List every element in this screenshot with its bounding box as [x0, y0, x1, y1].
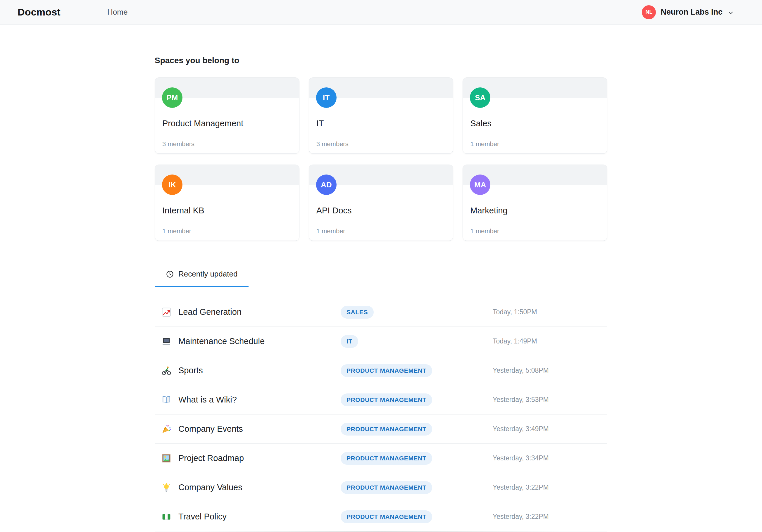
page-title-cell: Project Roadmap: [155, 453, 341, 463]
page-title-cell: Company Values: [155, 483, 341, 493]
space-name: API Docs: [316, 206, 352, 215]
space-member-count: 3 members: [316, 140, 348, 148]
space-badge[interactable]: PRODUCT MANAGEMENT: [341, 510, 432, 523]
recent-page-row[interactable]: Company Values PRODUCT MANAGEMENT Yester…: [155, 473, 607, 502]
cyclist-icon: [161, 366, 171, 376]
book-icon: [161, 395, 171, 405]
page-title-cell: Lead Generation: [155, 307, 341, 317]
flag-icon: [161, 512, 171, 522]
page-title[interactable]: Travel Policy: [178, 512, 227, 521]
space-card[interactable]: SA Sales 1 member: [463, 77, 607, 154]
spaces-grid: PM Product Management 3 members IT IT 3 …: [155, 77, 607, 241]
updated-time: Today, 1:49PM: [493, 337, 607, 345]
space-badge[interactable]: PRODUCT MANAGEMENT: [341, 452, 432, 465]
page-title-cell: Company Events: [155, 424, 341, 434]
space-member-count: 1 member: [470, 140, 499, 148]
space-badge[interactable]: PRODUCT MANAGEMENT: [341, 364, 432, 377]
space-avatar: IK: [162, 175, 183, 195]
recent-page-row[interactable]: Travel Policy PRODUCT MANAGEMENT Yesterd…: [155, 502, 607, 531]
tabs-row: Recently updated: [155, 268, 607, 287]
picture-icon: [161, 453, 171, 463]
updated-time: Yesterday, 3:49PM: [493, 425, 607, 433]
space-card[interactable]: AD API Docs 1 member: [309, 165, 453, 241]
workspace-avatar: NL: [642, 5, 656, 19]
party-icon: [161, 424, 171, 434]
space-member-count: 1 member: [470, 227, 499, 235]
page-title[interactable]: Project Roadmap: [178, 453, 244, 463]
page-title[interactable]: Maintenance Schedule: [178, 337, 265, 346]
workspace-switcher[interactable]: NL Neuron Labs Inc: [642, 5, 734, 19]
page-title-cell: Travel Policy: [155, 512, 341, 522]
recent-page-row[interactable]: Lead Generation SALES Today, 1:50PM: [155, 298, 607, 327]
recent-page-row[interactable]: What is a Wiki? PRODUCT MANAGEMENT Yeste…: [155, 385, 607, 415]
page-title[interactable]: Company Values: [178, 483, 242, 492]
recent-page-row[interactable]: Company Events PRODUCT MANAGEMENT Yester…: [155, 415, 607, 444]
tab-label: Recently updated: [178, 269, 237, 278]
space-member-count: 1 member: [162, 227, 191, 235]
space-name: Sales: [470, 119, 492, 128]
updated-time: Yesterday, 3:53PM: [493, 396, 607, 404]
space-avatar: PM: [162, 87, 183, 108]
app-header: Docmost Home NL Neuron Labs Inc: [0, 0, 762, 25]
space-name: IT: [316, 119, 324, 128]
page-title-cell: What is a Wiki?: [155, 395, 341, 405]
spaces-heading: Spaces you belong to: [155, 56, 607, 65]
space-member-count: 1 member: [316, 227, 345, 235]
space-member-count: 3 members: [162, 140, 194, 148]
updated-time: Yesterday, 3:34PM: [493, 454, 607, 462]
page-title[interactable]: Sports: [178, 366, 203, 375]
space-badge[interactable]: PRODUCT MANAGEMENT: [341, 423, 432, 435]
laptop-icon: [161, 337, 171, 346]
chevron-down-icon: [727, 8, 734, 16]
space-badge[interactable]: PRODUCT MANAGEMENT: [341, 481, 432, 494]
recent-page-row[interactable]: Maintenance Schedule IT Today, 1:49PM: [155, 327, 607, 356]
space-card[interactable]: IT IT 3 members: [309, 77, 453, 154]
space-avatar: MA: [470, 175, 491, 195]
space-card[interactable]: PM Product Management 3 members: [155, 77, 299, 154]
recent-table: Lead Generation SALES Today, 1:50PM Main…: [155, 298, 607, 531]
page-title-cell: Sports: [155, 366, 341, 376]
space-avatar: IT: [316, 87, 337, 108]
nav-home[interactable]: Home: [107, 8, 127, 17]
updated-time: Yesterday, 5:08PM: [493, 366, 607, 374]
chart-icon: [161, 307, 171, 317]
bulb-icon: [161, 483, 171, 493]
page-title[interactable]: Company Events: [178, 424, 243, 434]
recent-page-row[interactable]: Sports PRODUCT MANAGEMENT Yesterday, 5:0…: [155, 356, 607, 385]
app-logo[interactable]: Docmost: [18, 6, 107, 18]
space-badge[interactable]: PRODUCT MANAGEMENT: [341, 394, 432, 406]
workspace-name: Neuron Labs Inc: [660, 8, 723, 17]
page-title[interactable]: Lead Generation: [178, 307, 242, 317]
space-name: Product Management: [162, 119, 243, 128]
recent-page-row[interactable]: Project Roadmap PRODUCT MANAGEMENT Yeste…: [155, 444, 607, 473]
page-title[interactable]: What is a Wiki?: [178, 395, 237, 405]
space-card[interactable]: MA Marketing 1 member: [463, 165, 607, 241]
updated-time: Yesterday, 3:22PM: [493, 484, 607, 492]
clock-icon: [166, 270, 174, 278]
space-avatar: AD: [316, 175, 337, 195]
space-badge[interactable]: SALES: [341, 306, 374, 319]
tab-recently-updated[interactable]: Recently updated: [155, 268, 249, 287]
space-name: Marketing: [470, 206, 507, 215]
space-badge[interactable]: IT: [341, 335, 358, 348]
space-card[interactable]: IK Internal KB 1 member: [155, 165, 299, 241]
main-content: Spaces you belong to PM Product Manageme…: [155, 25, 607, 531]
space-avatar: SA: [470, 87, 491, 108]
updated-time: Today, 1:50PM: [493, 308, 607, 316]
page-title-cell: Maintenance Schedule: [155, 337, 341, 346]
space-name: Internal KB: [162, 206, 204, 215]
updated-time: Yesterday, 3:22PM: [493, 513, 607, 521]
